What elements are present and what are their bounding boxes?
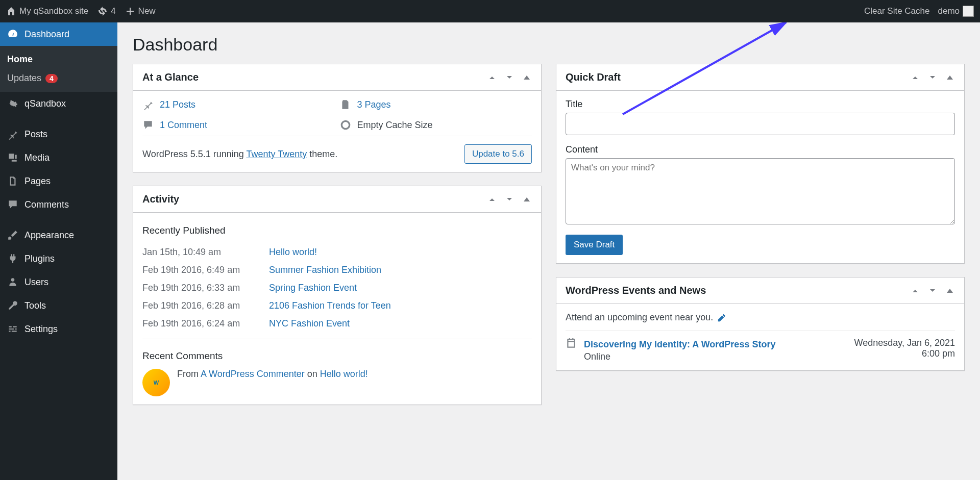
chevron-down-icon[interactable] [504,72,514,83]
menu-qsandbox[interactable]: qSandbox [0,92,117,115]
pages-icon [340,99,351,110]
calendar-icon [566,338,577,349]
admin-sidebar: Dashboard Home Updates 4 qSandbox Posts … [0,22,117,480]
widget-title: Activity [142,193,487,205]
glance-posts[interactable]: 21 Posts [142,99,335,110]
site-link[interactable]: My qSandbox site [6,6,88,16]
chevron-down-icon[interactable] [927,72,938,83]
activity-row: Jan 15th, 10:49 amHello world! [142,243,532,261]
brush-icon [7,230,18,241]
user-menu[interactable]: demo [938,6,974,17]
comment-icon [7,199,18,210]
wp-version-text: WordPress 5.5.1 running Twenty Twenty th… [142,149,337,160]
user-icon [7,276,18,288]
submenu-updates[interactable]: Updates 4 [0,69,117,88]
updates-count: 4 [111,6,115,16]
avatar-icon [963,6,974,17]
event-link[interactable]: Discovering My Identity: A WordPress Sto… [584,338,847,351]
post-link[interactable]: 2106 Fashion Trends for Teen [269,300,391,311]
clear-cache-link[interactable]: Clear Site Cache [864,6,930,16]
recently-published-heading: Recently Published [142,225,532,236]
new-content-link[interactable]: New [125,6,156,16]
pencil-icon[interactable] [717,313,726,322]
pin-icon [7,129,18,140]
menu-settings[interactable]: Settings [0,317,117,341]
widget-events: WordPress Events and News Attend an upco… [556,277,965,371]
comment-item: W From A WordPress Commenter on Hello wo… [142,369,532,396]
caret-up-icon[interactable] [945,286,955,296]
menu-dashboard[interactable]: Dashboard [0,22,117,46]
plus-icon [125,6,135,16]
glance-pages[interactable]: 3 Pages [340,99,532,110]
submenu-home[interactable]: Home [0,50,117,69]
widget-activity: Activity Recently Published Jan 15th, 10… [133,186,542,405]
draft-title-input[interactable] [566,113,955,135]
event-item: Discovering My Identity: A WordPress Sto… [566,330,955,362]
post-link[interactable]: NYC Fashion Event [269,318,350,329]
updates-badge: 4 [45,74,58,83]
dashboard-icon [7,29,18,40]
chevron-up-icon[interactable] [910,286,920,296]
comment-post-link[interactable]: Hello world! [320,369,368,379]
glance-comments[interactable]: 1 Comment [142,119,335,131]
pages-icon [7,175,18,187]
main-content: Dashboard At a Glance [117,22,980,480]
circle-icon [340,119,351,131]
home-icon [6,6,16,16]
activity-row: Feb 19th 2016, 6:28 am2106 Fashion Trend… [142,297,532,315]
sliders-icon [7,323,18,335]
comment-author-link[interactable]: A WordPress Commenter [201,369,305,379]
pin-icon [142,99,154,110]
event-location: Online [584,351,610,362]
post-link[interactable]: Hello world! [269,247,317,258]
recent-comments-heading: Recent Comments [142,350,532,362]
glance-cache[interactable]: Empty Cache Size [340,119,532,131]
post-link[interactable]: Spring Fashion Event [269,283,357,293]
chevron-up-icon[interactable] [487,72,497,83]
svg-point-0 [341,121,349,129]
caret-up-icon[interactable] [522,194,532,205]
menu-media[interactable]: Media [0,146,117,169]
activity-row: Feb 19th 2016, 6:24 amNYC Fashion Event [142,315,532,333]
menu-appearance[interactable]: Appearance [0,223,117,247]
menu-plugins[interactable]: Plugins [0,247,117,270]
menu-users[interactable]: Users [0,270,117,294]
theme-link[interactable]: Twenty Twenty [246,149,307,159]
chevron-down-icon[interactable] [504,194,514,205]
new-label: New [138,6,156,16]
widget-at-a-glance: At a Glance 21 Posts [133,64,542,172]
events-intro: Attend an upcoming event near you. [566,312,955,330]
dashboard-submenu: Home Updates 4 [0,46,117,92]
activity-row: Feb 19th 2016, 6:49 amSummer Fashion Exh… [142,261,532,279]
menu-comments[interactable]: Comments [0,193,117,216]
draft-content-textarea[interactable] [566,158,955,224]
updates-link[interactable]: 4 [97,6,115,16]
activity-list: Jan 15th, 10:49 amHello world! Feb 19th … [142,243,532,333]
comment-avatar-icon: W [142,369,170,396]
caret-up-icon[interactable] [522,72,532,83]
site-name: My qSandbox site [19,6,88,16]
refresh-icon [97,6,108,16]
comment-icon [142,119,154,131]
plug-icon [7,253,18,264]
content-label: Content [566,144,955,155]
menu-posts[interactable]: Posts [0,122,117,146]
update-button[interactable]: Update to 5.6 [464,144,532,164]
menu-tools[interactable]: Tools [0,294,117,317]
admin-toolbar: My qSandbox site 4 New Clear Site Cache … [0,0,980,22]
widget-quick-draft: Quick Draft Title Content Save Draft [556,64,965,264]
event-date: Wednesday, Jan 6, 2021 [854,338,955,348]
save-draft-button[interactable]: Save Draft [566,235,623,255]
chevron-up-icon[interactable] [487,194,497,205]
chevron-down-icon[interactable] [927,286,938,296]
page-title: Dashboard [133,22,965,64]
menu-pages[interactable]: Pages [0,169,117,193]
media-icon [7,152,18,163]
gear-icon [7,98,18,109]
widget-title: WordPress Events and News [566,285,910,296]
post-link[interactable]: Summer Fashion Exhibition [269,265,381,275]
title-label: Title [566,99,955,110]
chevron-up-icon[interactable] [910,72,920,83]
caret-up-icon[interactable] [945,72,955,83]
widget-title: Quick Draft [566,71,910,83]
